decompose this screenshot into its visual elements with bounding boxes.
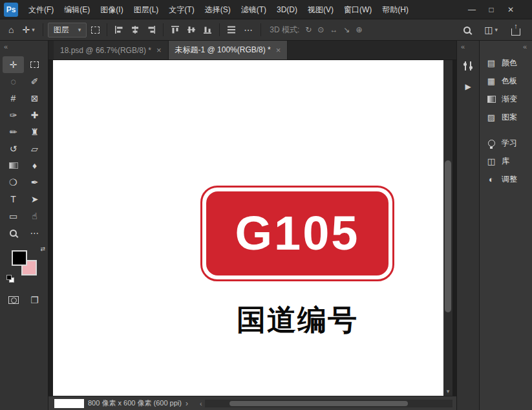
healing-brush-tool[interactable]: ✚: [24, 107, 45, 124]
panel-color[interactable]: ▤ 颜色: [480, 54, 532, 72]
panel-learn[interactable]: 学习: [480, 134, 532, 152]
current-tool-preset[interactable]: ✛ ▾: [19, 23, 37, 37]
history-brush-icon: ↺: [10, 144, 17, 154]
align-horizontal-centers-button[interactable]: [128, 23, 142, 36]
close-tab-icon[interactable]: ×: [276, 45, 281, 55]
auto-select-value: 图层: [54, 25, 69, 36]
scroll-down-arrow[interactable]: ▾: [443, 387, 452, 396]
expand-narrow-dock-button[interactable]: «: [457, 41, 479, 54]
menu-image[interactable]: 图像(I): [95, 0, 128, 19]
panel-swatches[interactable]: ▦ 色板: [480, 72, 532, 90]
menu-select[interactable]: 选择(S): [200, 0, 236, 19]
foreground-color-swatch[interactable]: [12, 250, 27, 266]
zoom-level-field[interactable]: [54, 399, 84, 408]
status-expand-chevron[interactable]: ›: [186, 399, 188, 408]
chevron-down-icon: ▾: [32, 27, 35, 33]
blur-tool[interactable]: ♦: [24, 157, 45, 174]
align-vertical-centers-button[interactable]: [184, 23, 198, 36]
more-options-button[interactable]: ⋯: [240, 23, 256, 37]
menu-window[interactable]: 窗口(W): [339, 0, 377, 19]
panel-adjustments[interactable]: ◐ 调整: [480, 170, 532, 188]
dodge-tool[interactable]: ❍: [3, 174, 24, 191]
edit-toolbar-button[interactable]: ⋯: [24, 224, 45, 241]
crop-tool[interactable]: #: [3, 90, 24, 107]
transform-controls-toggle[interactable]: [89, 25, 102, 36]
tab-label: 未标题-1 @ 100%(RGB/8) *: [175, 45, 271, 56]
align-right-edges-button[interactable]: [144, 23, 158, 36]
actions-panel-button[interactable]: ▶: [460, 78, 476, 95]
auto-select-layer-dropdown[interactable]: 图层 ▾: [48, 23, 87, 38]
gradient-tool[interactable]: [3, 157, 24, 174]
hand-tool[interactable]: ☝: [24, 208, 45, 224]
collapse-toolbar-button[interactable]: «: [0, 41, 48, 54]
menu-view[interactable]: 视图(V): [303, 0, 339, 19]
3d-pan-icon[interactable]: ↔: [328, 25, 339, 34]
zoom-tool[interactable]: [3, 224, 24, 241]
distribute-button[interactable]: [224, 23, 239, 36]
panel-libraries[interactable]: ◫ 库: [480, 152, 532, 170]
distribute-icon: [227, 25, 236, 34]
lasso-tool[interactable]: ◌: [3, 73, 24, 90]
eyedropper-tool[interactable]: ✑: [3, 107, 24, 124]
vertical-scroll-thumb[interactable]: [445, 160, 451, 312]
brush-icon: ✏: [10, 127, 17, 137]
rectangular-marquee-tool[interactable]: [24, 56, 45, 73]
panel-patterns[interactable]: ▨ 图案: [480, 108, 532, 126]
home-button[interactable]: ⌂: [5, 23, 17, 37]
libraries-icon: ◫: [486, 156, 496, 166]
document-tab-bar: 18.psd @ 66.7%(RGB/8) * × 未标题-1 @ 100%(R…: [48, 41, 456, 60]
horizontal-scroll-track[interactable]: [205, 400, 452, 407]
align-top-edges-button[interactable]: [168, 23, 182, 36]
close-tab-icon[interactable]: ×: [156, 45, 162, 55]
workspace-switcher[interactable]: ◫ ▾: [481, 23, 501, 37]
3d-rotate-icon[interactable]: ↻: [303, 25, 314, 34]
frame-tool[interactable]: ⊠: [24, 90, 45, 107]
document-canvas[interactable]: G105 国道编号: [53, 60, 443, 396]
3d-roll-icon[interactable]: ⊙: [315, 25, 326, 34]
screen-mode-button[interactable]: ❐: [24, 292, 45, 308]
scroll-left-arrow[interactable]: ‹: [197, 400, 205, 407]
menu-3d[interactable]: 3D(D): [271, 0, 303, 19]
lightbulb-icon-wrap: [486, 140, 496, 147]
pen-tool[interactable]: ✒: [24, 174, 45, 191]
share-button[interactable]: [509, 23, 523, 38]
search-button[interactable]: [461, 25, 473, 36]
horizontal-scrollbar[interactable]: ‹: [197, 399, 452, 408]
rectangle-tool[interactable]: ▭: [3, 208, 24, 224]
clone-stamp-tool[interactable]: ♜: [24, 124, 45, 140]
align-left-edges-button[interactable]: [112, 23, 126, 36]
close-button[interactable]: ✕: [501, 0, 520, 19]
tab-18psd[interactable]: 18.psd @ 66.7%(RGB/8) * ×: [54, 41, 169, 59]
3d-slide-icon[interactable]: ↘: [341, 25, 352, 34]
move-icon: ✛: [10, 59, 17, 70]
minimize-button[interactable]: —: [462, 0, 482, 19]
menu-file[interactable]: 文件(F): [23, 0, 59, 19]
swap-colors-icon[interactable]: ⇄: [40, 246, 45, 252]
vertical-scrollbar[interactable]: ▾: [443, 60, 452, 396]
align-bottom-edges-button[interactable]: [200, 23, 215, 36]
path-selection-tool[interactable]: ➤: [24, 191, 45, 208]
tab-untitled-1[interactable]: 未标题-1 @ 100%(RGB/8) * ×: [169, 41, 288, 59]
panel-gradients[interactable]: 渐变: [480, 90, 532, 108]
menu-help[interactable]: 帮助(H): [377, 0, 414, 19]
align-top-icon: [171, 25, 180, 34]
collapse-right-dock-button[interactable]: «: [480, 41, 532, 54]
menu-filter[interactable]: 滤镜(T): [236, 0, 271, 19]
properties-panel-button[interactable]: [460, 58, 476, 74]
gradient-icon: [9, 162, 18, 169]
quick-selection-tool[interactable]: ✐: [24, 73, 45, 90]
maximize-button[interactable]: □: [482, 0, 501, 19]
menu-type[interactable]: 文字(T): [164, 0, 199, 19]
3d-scale-icon[interactable]: ⊕: [354, 25, 364, 34]
move-tool[interactable]: ✛: [3, 56, 24, 73]
type-tool[interactable]: T: [3, 191, 24, 208]
transform-controls-icon: [91, 27, 100, 34]
history-brush-tool[interactable]: ↺: [3, 140, 24, 157]
default-colors-icon[interactable]: [6, 275, 16, 284]
menu-edit[interactable]: 编辑(E): [59, 0, 95, 19]
brush-tool[interactable]: ✏: [3, 124, 24, 140]
menu-layer[interactable]: 图层(L): [129, 0, 164, 19]
horizontal-scroll-thumb[interactable]: [229, 401, 408, 406]
eraser-tool[interactable]: ▱: [24, 140, 45, 157]
quick-mask-button[interactable]: [3, 292, 24, 308]
